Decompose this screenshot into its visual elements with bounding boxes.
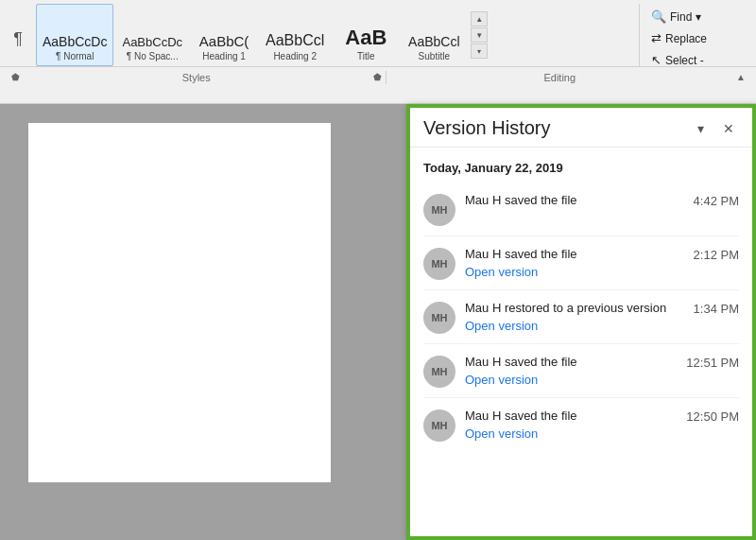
select-icon: ↖: [651, 53, 662, 67]
document-page: [28, 123, 331, 482]
style-nospace[interactable]: AaBbCcDc ¶ No Spac...: [115, 4, 189, 66]
panel-controls: ▾ ✕: [690, 118, 739, 139]
entry-right: 2:12 PM: [694, 246, 739, 262]
style-heading1-label: Heading 1: [202, 51, 246, 61]
entry-content: Mau H saved the file: [465, 192, 684, 209]
find-icon: 🔍: [651, 9, 666, 24]
entry-time: 2:12 PM: [694, 248, 739, 262]
open-version-link[interactable]: Open version: [465, 265, 684, 279]
style-title-preview: AaB: [345, 26, 387, 49]
version-date-header: Today, January 22, 2019: [410, 148, 752, 183]
entry-right: 12:51 PM: [686, 354, 739, 370]
style-subtitle-preview: AaBbCcl: [408, 35, 459, 49]
find-button[interactable]: 🔍 Find ▾: [647, 8, 705, 26]
replace-button[interactable]: ⇄ Replace: [647, 29, 711, 47]
entry-content: Mau H saved the file Open version: [465, 354, 677, 387]
ribbon-bottom-bar: ⬟ Styles ⬟ Editing ▲: [0, 66, 756, 87]
scroll-expand-arrow[interactable]: ▾: [471, 44, 488, 59]
paragraph-icon: ¶: [4, 4, 32, 66]
entry-right: 1:34 PM: [694, 300, 739, 316]
entry-time: 1:34 PM: [694, 302, 739, 316]
entry-content: Mau H restored to a previous version Ope…: [465, 300, 684, 333]
version-entries-list: MH Mau H saved the file 4:42 PM MH Mau H…: [410, 183, 752, 536]
style-heading2-label: Heading 2: [273, 51, 317, 61]
entry-content: Mau H saved the file Open version: [465, 246, 684, 279]
editing-collapse-btn[interactable]: ▲: [733, 70, 748, 85]
document-area: Version History ▾ ✕ Today, January 22, 2…: [0, 104, 756, 540]
entry-action: Mau H saved the file: [465, 246, 684, 263]
avatar: MH: [423, 409, 455, 442]
version-history-panel: Version History ▾ ✕ Today, January 22, 2…: [406, 104, 756, 540]
style-normal-preview: AaBbCcDc: [43, 35, 107, 49]
ribbon-top: ¶ AaBbCcDc ¶ Normal AaBbCcDc ¶ No Spac..…: [0, 0, 756, 66]
style-subtitle-label: Subtitle: [419, 51, 450, 61]
styles-collapse-btn[interactable]: ⬟: [8, 70, 23, 85]
avatar: MH: [423, 356, 455, 388]
entry-right: 4:42 PM: [694, 192, 739, 208]
entry-action: Mau H saved the file: [465, 354, 677, 371]
avatar: MH: [423, 194, 455, 226]
open-version-link[interactable]: Open version: [465, 427, 677, 441]
editing-group: 🔍 Find ▾ ⇄ Replace ↖ Select -: [639, 4, 752, 66]
style-heading2[interactable]: AaBbCcl Heading 2: [259, 4, 331, 66]
style-nospace-label: ¶ No Spac...: [127, 51, 179, 61]
styles-section-label: Styles: [23, 72, 370, 83]
panel-minimize-button[interactable]: ▾: [690, 118, 711, 139]
entry-time: 12:51 PM: [686, 356, 739, 370]
style-title[interactable]: AaB Title: [333, 4, 399, 66]
panel-close-button[interactable]: ✕: [718, 118, 739, 139]
entry-action: Mau H saved the file: [465, 192, 684, 209]
version-entry: MH Mau H saved the file Open version 12:…: [423, 398, 739, 451]
entry-time: 4:42 PM: [694, 194, 739, 208]
scroll-up-arrow[interactable]: ▲: [471, 11, 488, 26]
styles-group: AaBbCcDc ¶ Normal AaBbCcDc ¶ No Spac... …: [36, 4, 635, 66]
style-title-label: Title: [357, 51, 375, 61]
style-subtitle[interactable]: AaBbCcl Subtitle: [401, 4, 467, 66]
panel-title: Version History: [423, 117, 551, 139]
entry-action: Mau H saved the file: [465, 408, 677, 425]
open-version-link[interactable]: Open version: [465, 319, 684, 333]
ribbon: ¶ AaBbCcDc ¶ Normal AaBbCcDc ¶ No Spac..…: [0, 0, 756, 104]
styles-expand-btn[interactable]: ⬟: [370, 70, 386, 85]
replace-label: Replace: [665, 32, 707, 45]
scroll-down-arrow[interactable]: ▼: [471, 27, 488, 43]
avatar: MH: [423, 248, 455, 280]
entry-time: 12:50 PM: [686, 409, 739, 424]
entry-content: Mau H saved the file Open version: [465, 408, 677, 441]
replace-icon: ⇄: [651, 31, 662, 45]
version-entry: MH Mau H restored to a previous version …: [423, 290, 739, 344]
entry-action: Mau H restored to a previous version: [465, 300, 684, 317]
version-entry: MH Mau H saved the file Open version 12:…: [423, 344, 739, 398]
style-normal-label: ¶ Normal: [56, 51, 94, 61]
editing-section-label: Editing: [387, 72, 734, 83]
style-heading1-preview: AaBbC(: [199, 34, 249, 50]
style-heading2-preview: AaBbCcl: [266, 32, 324, 49]
version-entry: MH Mau H saved the file Open version 2:1…: [423, 236, 739, 290]
style-normal[interactable]: AaBbCcDc ¶ Normal: [36, 4, 113, 66]
find-dropdown-icon[interactable]: ▾: [696, 10, 701, 24]
select-label: Select -: [665, 54, 704, 67]
style-nospace-preview: AaBbCcDc: [122, 36, 182, 49]
avatar: MH: [423, 302, 455, 334]
style-heading1[interactable]: AaBbC( Heading 1: [191, 4, 257, 66]
version-entry: MH Mau H saved the file 4:42 PM: [423, 183, 739, 236]
open-version-link[interactable]: Open version: [465, 373, 677, 387]
panel-header: Version History ▾ ✕: [410, 108, 752, 148]
styles-scroll[interactable]: ▲ ▼ ▾: [469, 4, 490, 66]
entry-right: 12:50 PM: [686, 408, 739, 424]
find-label: Find: [670, 10, 692, 24]
